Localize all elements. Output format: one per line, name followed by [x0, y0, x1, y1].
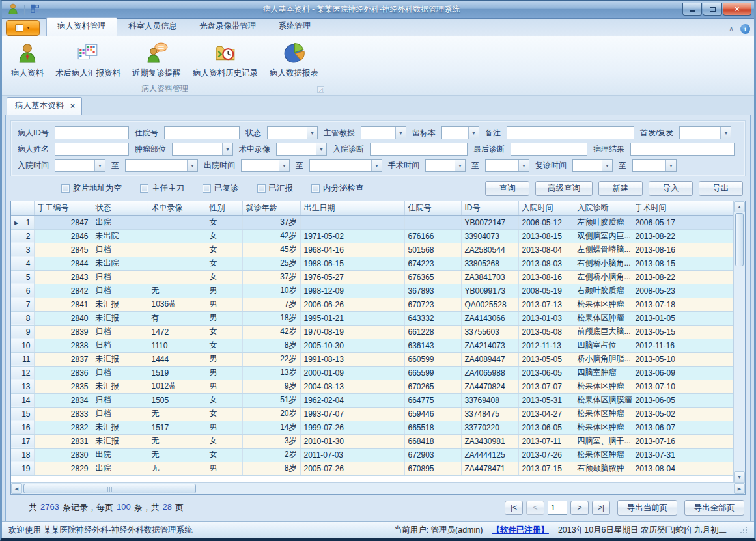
cell-surgery-date[interactable]: 2013-07-10 [632, 380, 733, 393]
cell-status[interactable]: 归档 [92, 339, 148, 352]
table-row[interactable]: 112837未汇报1444男22岁1991-08-13660599ZA40894… [11, 352, 733, 366]
row-indicator[interactable]: 16 [11, 421, 34, 434]
film-address-empty-checkbox[interactable]: 胶片地址为空 [61, 183, 122, 194]
cell-visit-age[interactable]: 42岁 [242, 325, 300, 339]
vertical-scroll-track[interactable] [734, 267, 745, 471]
column-header-row-indicator[interactable] [11, 201, 34, 215]
cell-manual-no[interactable]: 2834 [34, 393, 92, 407]
cell-manual-no[interactable]: 2844 [34, 257, 92, 270]
cell-id-no[interactable]: ZA3430981 [461, 434, 518, 448]
cell-visit-age[interactable]: 7岁 [242, 298, 300, 311]
cell-manual-no[interactable]: 2839 [34, 325, 92, 339]
cell-visit-age[interactable]: 20岁 [242, 407, 300, 421]
cell-surgery-date[interactable]: 2013-08-15 [632, 257, 733, 270]
cell-admission-diagnosis[interactable]: 左侧蝶骨嵴脑... [574, 243, 632, 257]
cell-admission-date[interactable]: 2013-07-26 [518, 448, 574, 462]
row-indicator[interactable]: 17 [11, 434, 34, 448]
column-header-admission-date[interactable]: 入院时间 [518, 201, 574, 215]
cell-admission-diagnosis[interactable]: 右颞叶胶质瘤 [574, 284, 632, 298]
final-diagnosis-input[interactable] [511, 143, 587, 156]
cell-id-no[interactable]: YB0072147 [461, 215, 518, 229]
table-row[interactable]: 172831未汇报无女3岁2010-01-30668418ZA343098120… [11, 434, 733, 448]
cell-status[interactable]: 未汇报 [92, 380, 148, 393]
cell-status[interactable]: 归档 [92, 270, 148, 284]
scroll-down-icon[interactable]: ▼ [734, 471, 745, 482]
cell-surgery-video[interactable]: 无 [148, 284, 206, 298]
table-row[interactable]: 142834归档1505女51岁1962-02-0466477533769408… [11, 393, 733, 407]
cell-surgery-video[interactable] [148, 270, 206, 284]
cell-hospital-no[interactable]: 501568 [404, 243, 461, 257]
vertical-scrollbar[interactable]: ▲ ▼ [733, 201, 745, 482]
row-indicator[interactable]: 2 [11, 229, 34, 243]
row-indicator[interactable]: 11 [11, 352, 34, 366]
ribbon-tab-system-management[interactable]: 系统管理 [268, 17, 322, 36]
checkbox-icon[interactable] [61, 184, 70, 193]
cell-hospital-no[interactable]: 665518 [404, 421, 461, 434]
cell-gender[interactable]: 女 [206, 215, 242, 229]
cell-admission-date[interactable]: 2013-07-15 [518, 462, 574, 475]
first-page-button[interactable]: |< [505, 501, 523, 515]
remark-input[interactable] [507, 126, 634, 139]
cell-manual-no[interactable]: 2846 [34, 229, 92, 243]
cell-visit-age[interactable]: 37岁 [242, 215, 300, 229]
horizontal-scroll-thumb[interactable] [23, 484, 196, 493]
cell-surgery-date[interactable]: 2013-08-22 [632, 229, 733, 243]
cell-admission-diagnosis[interactable]: 四脑室、脑干... [574, 434, 632, 448]
cell-surgery-date[interactable]: 2013-08-22 [632, 270, 733, 284]
table-row[interactable]: 72841未汇报1036蓝男7岁2006-06-26670723QA002552… [11, 298, 733, 311]
cell-surgery-date[interactable]: 2006-05-17 [632, 215, 733, 229]
cell-gender[interactable]: 男 [206, 284, 242, 298]
cell-birth-date[interactable]: 2000-01-09 [300, 366, 404, 380]
cell-admission-diagnosis[interactable]: 松果体区肿瘤 [574, 380, 632, 393]
cell-surgery-video[interactable] [148, 215, 206, 229]
resize-grip[interactable] [740, 526, 748, 534]
cell-manual-no[interactable]: 2837 [34, 352, 92, 366]
cell-status[interactable]: 未汇报 [92, 352, 148, 366]
cell-status[interactable]: 未汇报 [92, 421, 148, 434]
collapse-ribbon-icon[interactable]: ∧ [729, 25, 734, 33]
row-indicator[interactable]: 4 [11, 257, 34, 270]
cell-visit-age[interactable]: 51岁 [242, 393, 300, 407]
cell-admission-date[interactable]: 2013-07-07 [518, 380, 574, 393]
cell-visit-age[interactable]: 42岁 [242, 229, 300, 243]
cell-surgery-date[interactable]: 2013-06-07 [632, 421, 733, 434]
cell-id-no[interactable]: ZA3841703 [461, 270, 518, 284]
row-indicator[interactable]: 12 [11, 366, 34, 380]
new-button[interactable]: 新建 [598, 181, 643, 196]
chevron-down-icon[interactable]: ▼ [371, 160, 382, 171]
cell-surgery-video[interactable] [148, 229, 206, 243]
revisit-date-to-combo[interactable]: ▼ [632, 159, 677, 172]
checkbox-icon[interactable] [203, 184, 211, 193]
tumor-site-combo[interactable]: ▼ [172, 143, 233, 156]
cell-visit-age[interactable]: 13岁 [242, 366, 300, 380]
cell-admission-date[interactable]: 2013-07-13 [518, 298, 574, 311]
cell-status[interactable]: 未汇报 [92, 311, 148, 325]
cell-admission-diagnosis[interactable]: 前颅底巨大脑... [574, 325, 632, 339]
cell-gender[interactable]: 女 [206, 325, 242, 339]
status-combo[interactable]: ▼ [267, 126, 318, 139]
cell-surgery-video[interactable]: 无 [148, 448, 206, 462]
row-indicator[interactable]: 13 [11, 380, 34, 393]
cell-surgery-date[interactable]: 2013-05-15 [632, 325, 733, 339]
chevron-down-icon[interactable]: ▼ [307, 127, 317, 139]
column-header-status[interactable]: 状态 [92, 201, 148, 215]
export-current-page-button[interactable]: 导出当前页 [617, 500, 677, 516]
horizontal-scroll-track[interactable] [196, 483, 734, 494]
cell-gender[interactable]: 女 [206, 243, 242, 257]
chevron-down-icon[interactable]: ▼ [602, 160, 612, 171]
cell-surgery-video[interactable]: 1519 [148, 366, 206, 380]
cell-gender[interactable]: 男 [206, 298, 242, 311]
cell-birth-date[interactable]: 1970-08-19 [300, 325, 404, 339]
postop-report-button[interactable]: 术后病人汇报资料 [50, 40, 126, 81]
cell-surgery-video[interactable]: 1110 [148, 339, 206, 352]
cell-hospital-no[interactable]: 676166 [404, 229, 461, 243]
chevron-down-icon[interactable]: ▼ [187, 160, 197, 171]
cell-birth-date[interactable]: 2011-07-03 [300, 448, 404, 462]
last-page-button[interactable]: >| [592, 501, 610, 515]
cell-surgery-video[interactable]: 1517 [148, 421, 206, 434]
cell-manual-no[interactable]: 2838 [34, 339, 92, 352]
chief-professor-combo[interactable]: ▼ [361, 126, 406, 139]
app-logo-icon[interactable] [7, 3, 19, 17]
cell-hospital-no[interactable]: 643332 [404, 311, 461, 325]
scroll-right-icon[interactable]: ▶ [734, 483, 745, 494]
